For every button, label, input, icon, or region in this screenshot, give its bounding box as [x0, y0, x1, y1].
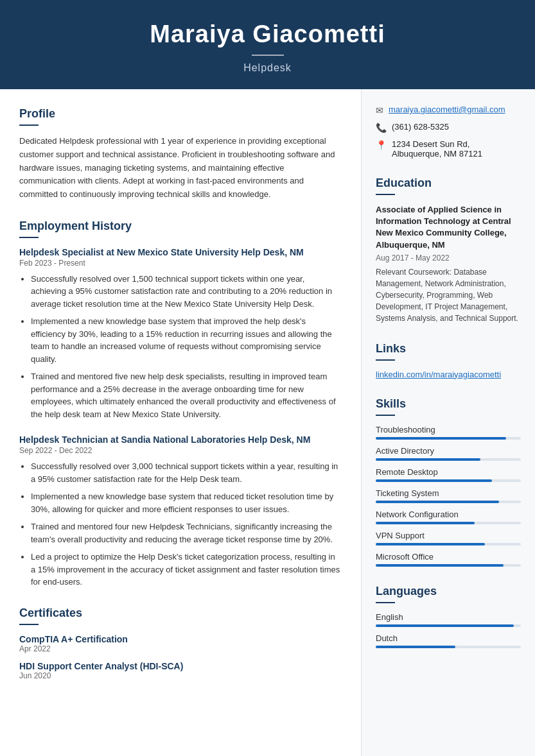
- contact-email-item: ✉ maraiya.giacometti@gmail.com: [376, 105, 521, 116]
- skill-bar-background: [376, 522, 521, 524]
- body: Profile Dedicated Helpdesk professional …: [0, 89, 535, 756]
- skill-item: Ticketing System: [376, 488, 521, 503]
- skill-bar-fill: [376, 564, 504, 567]
- skill-name: Remote Desktop: [376, 467, 521, 477]
- links-divider: [376, 359, 395, 361]
- language-name: English: [376, 612, 521, 622]
- skill-item: Troubleshooting: [376, 425, 521, 440]
- skill-name: Active Directory: [376, 446, 521, 456]
- certificates-section: Certificates CompTIA A+ CertificationApr…: [19, 606, 342, 680]
- job-title: Helpdesk Technician at Sandia National L…: [19, 434, 342, 445]
- profile-title: Profile: [19, 107, 342, 121]
- skill-bar-background: [376, 543, 521, 546]
- skill-bar-fill: [376, 501, 499, 503]
- language-item: Dutch: [376, 633, 521, 648]
- jobs-container: Helpdesk Specialist at New Mexico State …: [19, 247, 342, 588]
- skill-bar-fill: [376, 437, 506, 440]
- language-bar-fill: [376, 624, 514, 627]
- skills-section: Skills TroubleshootingActive DirectoryRe…: [376, 397, 521, 567]
- phone-text: (361) 628-5325: [392, 122, 449, 132]
- skill-bar-fill: [376, 479, 492, 482]
- profile-section: Profile Dedicated Helpdesk professional …: [19, 107, 342, 202]
- education-divider: [376, 194, 395, 195]
- list-item: Led a project to optimize the Help Desk'…: [31, 551, 342, 588]
- cert-name: HDI Support Center Analyst (HDI-SCA): [19, 661, 342, 671]
- header-divider: [252, 55, 284, 56]
- email-icon: ✉: [376, 105, 383, 116]
- list-item: Successfully resolved over 1,500 technic…: [31, 273, 342, 311]
- skill-bar-background: [376, 479, 521, 482]
- skill-bar-fill: [376, 543, 485, 546]
- cert-date: Jun 2020: [19, 671, 342, 680]
- skill-item: Network Configuration: [376, 510, 521, 524]
- address-text: 1234 Desert Sun Rd, Albuquerque, NM 8712…: [392, 139, 521, 159]
- skill-name: Network Configuration: [376, 510, 521, 519]
- skill-bar-background: [376, 437, 521, 440]
- employment-section: Employment History Helpdesk Specialist a…: [19, 219, 342, 588]
- education-title: Education: [376, 176, 521, 190]
- contact-section: ✉ maraiya.giacometti@gmail.com 📞 (361) 6…: [376, 105, 521, 159]
- languages-section: Languages EnglishDutch: [376, 585, 521, 648]
- education-section: Education Associate of Applied Science i…: [376, 176, 521, 324]
- language-bar-fill: [376, 646, 455, 648]
- skills-title: Skills: [376, 397, 521, 411]
- links-title: Links: [376, 342, 521, 356]
- skill-name: Troubleshooting: [376, 425, 521, 434]
- skills-container: TroubleshootingActive DirectoryRemote De…: [376, 425, 521, 567]
- skill-bar-fill: [376, 522, 475, 524]
- certificates-divider: [19, 624, 39, 625]
- candidate-name: Maraiya Giacometti: [13, 21, 522, 48]
- languages-container: EnglishDutch: [376, 612, 521, 648]
- skill-bar-background: [376, 564, 521, 567]
- certs-container: CompTIA A+ CertificationApr 2022HDI Supp…: [19, 634, 342, 680]
- language-bar-background: [376, 646, 521, 648]
- edu-coursework: Relevant Coursework: Database Management…: [376, 266, 521, 324]
- skill-item: Active Directory: [376, 446, 521, 461]
- list-item: Trained and mentored five new help desk …: [31, 370, 342, 420]
- list-item: Implemented a new knowledge base system …: [31, 315, 342, 365]
- email-link[interactable]: maraiya.giacometti@gmail.com: [389, 105, 505, 114]
- list-item: Implemented a new knowledge base system …: [31, 490, 342, 515]
- job-dates: Sep 2022 - Dec 2022: [19, 446, 342, 455]
- profile-text: Dedicated Helpdesk professional with 1 y…: [19, 135, 342, 202]
- cert-name: CompTIA A+ Certification: [19, 634, 342, 644]
- skill-item: Microsoft Office: [376, 552, 521, 567]
- job-dates: Feb 2023 - Present: [19, 259, 342, 268]
- edu-dates: Aug 2017 - May 2022: [376, 253, 521, 262]
- left-column: Profile Dedicated Helpdesk professional …: [0, 89, 362, 756]
- language-bar-background: [376, 624, 521, 627]
- links-section: Links linkedin.com/in/maraiyagiacometti: [376, 342, 521, 379]
- list-item: Trained and mentored four new Helpdesk T…: [31, 520, 342, 546]
- links-container: linkedin.com/in/maraiyagiacometti: [376, 370, 521, 379]
- edu-degree: Associate of Applied Science in Informat…: [376, 204, 521, 251]
- skill-name: Microsoft Office: [376, 552, 521, 562]
- contact-phone-item: 📞 (361) 628-5325: [376, 122, 521, 133]
- employment-title: Employment History: [19, 219, 342, 233]
- phone-icon: 📞: [376, 123, 387, 133]
- skill-item: VPN Support: [376, 531, 521, 546]
- header: Maraiya Giacometti Helpdesk: [0, 0, 535, 89]
- list-item: Successfully resolved over 3,000 technic…: [31, 460, 342, 485]
- language-name: Dutch: [376, 633, 521, 643]
- skill-bar-fill: [376, 458, 480, 461]
- link-item[interactable]: linkedin.com/in/maraiyagiacometti: [376, 370, 501, 379]
- job-bullets: Successfully resolved over 3,000 technic…: [19, 460, 342, 588]
- skill-item: Remote Desktop: [376, 467, 521, 482]
- skill-name: VPN Support: [376, 531, 521, 540]
- languages-title: Languages: [376, 585, 521, 598]
- skill-bar-background: [376, 501, 521, 503]
- right-column: ✉ maraiya.giacometti@gmail.com 📞 (361) 6…: [362, 89, 535, 756]
- skill-name: Ticketing System: [376, 488, 521, 498]
- job-bullets: Successfully resolved over 1,500 technic…: [19, 273, 342, 421]
- language-item: English: [376, 612, 521, 627]
- skill-bar-background: [376, 458, 521, 461]
- job-block: Helpdesk Specialist at New Mexico State …: [19, 247, 342, 421]
- location-icon: 📍: [376, 140, 387, 150]
- candidate-title: Helpdesk: [13, 62, 522, 74]
- languages-divider: [376, 602, 395, 603]
- skills-divider: [376, 415, 395, 416]
- job-title: Helpdesk Specialist at New Mexico State …: [19, 247, 342, 257]
- employment-divider: [19, 237, 39, 238]
- job-block: Helpdesk Technician at Sandia National L…: [19, 434, 342, 588]
- contact-address-item: 📍 1234 Desert Sun Rd, Albuquerque, NM 87…: [376, 139, 521, 159]
